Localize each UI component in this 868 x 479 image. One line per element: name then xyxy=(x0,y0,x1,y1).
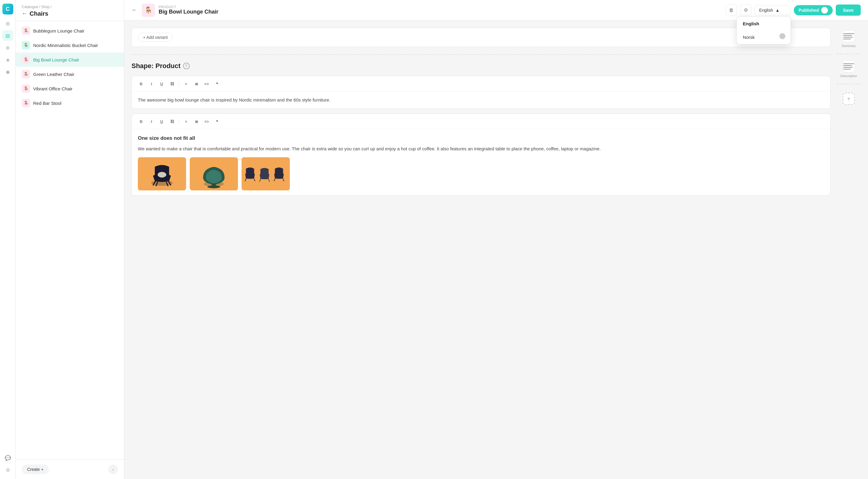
toolbar-separator-1 xyxy=(179,81,179,87)
nav-puzzle-icon[interactable]: ⊕ xyxy=(2,42,13,53)
item-icon-redbar: 🪑 xyxy=(22,99,30,107)
list-item-bubblegum[interactable]: 🪑 Bubblegum Lounge Chair xyxy=(16,24,124,38)
description-section-item[interactable]: Description xyxy=(840,60,857,78)
section-divider xyxy=(131,54,831,55)
svg-line-11 xyxy=(259,178,261,181)
add-section-button[interactable]: + xyxy=(843,93,855,105)
list-item-green[interactable]: 🪑 Green Leather Chair xyxy=(16,67,124,81)
item-icon-bubblegum: 🪑 xyxy=(22,27,30,35)
catalogue-back-button[interactable]: ← xyxy=(22,10,27,17)
toolbar-underline[interactable]: U xyxy=(157,79,166,88)
editor-images-row xyxy=(132,157,830,195)
toggle-circle xyxy=(821,7,828,13)
breadcrumb: Catalogue / Shop / xyxy=(22,5,118,9)
desc-toolbar-italic[interactable]: I xyxy=(147,117,156,126)
nav-grid-icon[interactable]: ⊞ xyxy=(2,18,13,29)
language-chevron-icon: ▲ xyxy=(775,8,780,13)
create-button[interactable]: Create + xyxy=(22,465,49,474)
app-logo[interactable]: C xyxy=(2,4,13,14)
desc-toolbar-ordered-list[interactable]: ≣ xyxy=(192,117,201,126)
nav-tag-icon[interactable]: ◈ xyxy=(2,54,13,65)
catalogue-title: ← Chairs xyxy=(22,10,118,17)
product-name: Big Bowl Lounge Chair xyxy=(159,9,218,15)
product-header: ← 🪑 Product Big Bowl Lounge Chair 🗑 ⚙ En… xyxy=(124,0,868,21)
publish-toggle[interactable]: Published xyxy=(794,5,833,15)
toolbar-bold[interactable]: B xyxy=(136,79,146,88)
summary-text: The awesome big bowl lounge chair is ins… xyxy=(138,96,824,104)
svg-line-14 xyxy=(283,178,284,181)
toolbar-code[interactable]: <> xyxy=(202,79,211,88)
chair-image-3 xyxy=(242,157,290,191)
item-icon-nordic: 🪑 xyxy=(22,41,30,49)
item-icon-vibrant: 🪑 xyxy=(22,84,30,93)
summary-section-item[interactable]: Summary xyxy=(841,30,856,47)
summary-icon-lines xyxy=(843,32,854,40)
svg-point-1 xyxy=(158,172,166,177)
product-emoji: 🪑 xyxy=(142,4,155,17)
summary-editor-content[interactable]: The awesome big bowl lounge chair is ins… xyxy=(132,92,830,108)
list-item-vibrant[interactable]: 🪑 Vibrant Office Chair xyxy=(16,81,124,96)
catalogue-list: 🪑 Bubblegum Lounge Chair 🪑 Nordic Minima… xyxy=(16,21,124,459)
shape-title: Shape: Product xyxy=(131,62,181,70)
nav-settings-icon[interactable]: ⚙ xyxy=(2,465,13,475)
svg-line-9 xyxy=(245,178,246,181)
shape-help-icon[interactable]: ? xyxy=(183,63,190,69)
product-label: Product xyxy=(159,5,218,9)
chair-image-2 xyxy=(190,157,238,191)
chair-image-1 xyxy=(138,157,186,191)
main-content: ← 🪑 Product Big Bowl Lounge Chair 🗑 ⚙ En… xyxy=(124,0,868,479)
right-panel-divider-2 xyxy=(837,84,861,84)
item-label-green: Green Leather Chair xyxy=(33,72,74,77)
description-editor-content[interactable]: One size does not fit all We wanted to m… xyxy=(132,129,830,157)
content-area: + Add variant Shape: Product ? B I U ⛓ ≡… xyxy=(124,21,868,479)
nav-users-icon[interactable]: ◉ xyxy=(2,66,13,77)
catalogue-header: Catalogue / Shop / ← Chairs xyxy=(16,0,124,21)
desc-toolbar-link[interactable]: ⛓ xyxy=(167,117,177,126)
description-heading: One size does not fit all xyxy=(138,134,824,142)
list-item-redbar[interactable]: 🪑 Red Bar Stool xyxy=(16,96,124,110)
desc-toolbar-list[interactable]: ≡ xyxy=(182,117,191,126)
language-option-english[interactable]: English xyxy=(737,17,790,30)
desc-toolbar-quote[interactable]: ❝ xyxy=(212,117,221,126)
nav-chat-icon[interactable]: 💬 xyxy=(2,452,13,463)
language-option-norsk[interactable]: Norsk xyxy=(737,30,790,44)
language-selector-button[interactable]: English ▲ xyxy=(754,5,791,15)
description-body: We wanted to make a chair that is comfor… xyxy=(138,145,824,152)
summary-section-icon xyxy=(843,30,855,42)
add-variant-button[interactable]: + Add variant xyxy=(138,33,173,42)
desc-toolbar-separator-1 xyxy=(179,119,179,124)
svg-line-12 xyxy=(268,178,270,181)
svg-line-10 xyxy=(254,178,255,181)
summary-toolbar: B I U ⛓ ≡ ≣ <> ❝ xyxy=(132,76,830,92)
delete-button[interactable]: 🗑 xyxy=(726,4,737,16)
toolbar-italic[interactable]: I xyxy=(147,79,156,88)
breadcrumb-catalogue[interactable]: Catalogue xyxy=(22,5,38,9)
toolbar-link[interactable]: ⛓ xyxy=(167,79,177,88)
toolbar-ordered-list[interactable]: ≣ xyxy=(192,79,201,88)
item-label-bigbowl: Big Bowl Lounge Chair xyxy=(33,57,79,62)
add-variant-bar: + Add variant xyxy=(131,28,831,47)
list-item-bigbowl[interactable]: 🪑 Big Bowl Lounge Chair xyxy=(16,53,124,67)
item-label-bubblegum: Bubblegum Lounge Chair xyxy=(33,28,85,33)
desc-toolbar-code[interactable]: <> xyxy=(202,117,211,126)
item-icon-bigbowl: 🪑 xyxy=(22,56,30,64)
catalogue-footer: Create + ‹ xyxy=(16,459,124,479)
product-back-button[interactable]: ← xyxy=(131,7,137,13)
main-panel: + Add variant Shape: Product ? B I U ⛓ ≡… xyxy=(131,28,831,472)
right-panel-divider xyxy=(837,54,861,54)
desc-toolbar-bold[interactable]: B xyxy=(136,117,146,126)
breadcrumb-shop[interactable]: Shop xyxy=(41,5,50,9)
description-editor: B I U ⛓ ≡ ≣ <> ❝ One size does not fit a… xyxy=(131,113,831,196)
toolbar-quote[interactable]: ❝ xyxy=(212,79,221,88)
header-actions: 🗑 ⚙ English ▲ English Norsk Publi xyxy=(726,4,861,16)
toolbar-list[interactable]: ≡ xyxy=(182,79,191,88)
nav-layout-icon[interactable]: ▤ xyxy=(2,30,13,41)
list-item-nordic[interactable]: 🪑 Nordic Minimalistic Bucket Chair xyxy=(16,38,124,53)
catalogue-sidebar: Catalogue / Shop / ← Chairs 🪑 Bubblegum … xyxy=(16,0,124,479)
collapse-button[interactable]: ‹ xyxy=(108,465,118,474)
product-settings-button[interactable]: ⚙ xyxy=(740,4,752,16)
item-label-redbar: Red Bar Stool xyxy=(33,101,61,106)
svg-point-8 xyxy=(208,185,220,188)
desc-toolbar-underline[interactable]: U xyxy=(157,117,166,126)
save-button[interactable]: Save xyxy=(836,4,861,16)
